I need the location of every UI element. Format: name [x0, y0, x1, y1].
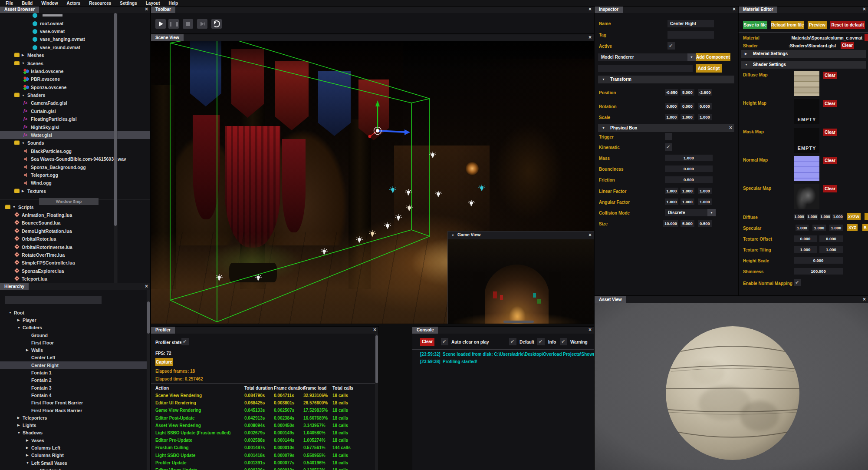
tab-inspector[interactable]: Inspector [595, 6, 623, 13]
position-x[interactable]: -0.650 [665, 89, 678, 96]
linear-y[interactable]: 1.000 [681, 188, 694, 194]
tree-item[interactable]: Island.ovscene [0, 67, 150, 75]
hierarchy-scrollbar[interactable] [147, 290, 150, 470]
map-clear-button[interactable]: Clear [823, 129, 837, 136]
bounciness-field[interactable]: 0.000 [665, 165, 713, 172]
tree-item[interactable]: FloatingParticles.glsl [0, 115, 150, 123]
remove-component-icon[interactable] [729, 125, 732, 132]
size-x[interactable]: 10.000 [663, 220, 678, 227]
profiler-row[interactable]: Editor Views Update 0.000336s 0.000019s … [151, 467, 375, 470]
expand-arrow-icon[interactable]: ▼ [13, 205, 18, 209]
hierarchy-item[interactable]: ▶ Vases [0, 437, 150, 444]
close-icon[interactable] [373, 327, 376, 334]
specular-b[interactable]: 1.000 [829, 225, 843, 231]
position-z[interactable]: -2.600 [698, 89, 712, 96]
stop-button[interactable] [183, 19, 193, 29]
collision-mode-dropdown[interactable]: Discrete [665, 209, 716, 216]
tree-item[interactable]: CameraFade.glsl [0, 99, 150, 107]
preview-button[interactable]: Preview [808, 21, 827, 29]
play-button[interactable] [155, 19, 166, 29]
tree-item[interactable]: OrbitalRotorInverse.lua [0, 243, 150, 251]
hierarchy-item[interactable]: Fontain 4 [0, 391, 150, 399]
expand-arrow-icon[interactable]: ▶ [26, 446, 31, 450]
texture-thumbnail[interactable] [794, 156, 819, 181]
size-y[interactable]: 5.000 [681, 220, 694, 227]
menu-item[interactable]: Window [38, 1, 61, 6]
tab-profiler[interactable]: Profiler [151, 327, 175, 334]
expand-arrow-icon[interactable]: ▼ [17, 431, 23, 434]
hierarchy-item[interactable]: Fontain 2 [0, 377, 150, 384]
menu-item[interactable]: Help [166, 1, 181, 6]
close-icon[interactable] [863, 296, 866, 303]
scale-z[interactable]: 1.000 [698, 114, 712, 120]
hierarchy-item[interactable]: ▼ Colliders [0, 324, 150, 331]
hierarchy-item[interactable]: Fontain 3 [0, 384, 150, 391]
name-field[interactable] [667, 20, 714, 27]
save-to-file-button[interactable]: Save to file [743, 21, 767, 29]
tree-item[interactable]: vase_round.ovmat [0, 43, 150, 51]
tab-material-editor[interactable]: Material Editor [739, 6, 777, 13]
enable-normal-mapping-checkbox[interactable] [794, 279, 801, 286]
map-clear-button[interactable]: Clear [823, 100, 837, 107]
map-clear-button[interactable]: Clear [823, 157, 837, 164]
tree-item[interactable]: PBR.ovscene [0, 75, 150, 83]
tree-item[interactable]: Curtain.glsl [0, 107, 150, 115]
material-settings-header[interactable]: Material Settings [741, 50, 866, 58]
height-scale-field[interactable]: 0.000 [794, 257, 843, 264]
tab-asset-view[interactable]: Asset View [595, 296, 626, 303]
profiler-row[interactable]: Editor UI Rendering 0.068425s 0.003801s … [151, 400, 375, 407]
hierarchy-item[interactable]: Ground [0, 331, 150, 339]
step-frame-button[interactable] [197, 19, 207, 29]
close-icon[interactable] [589, 232, 592, 239]
rotation-z[interactable]: 0.000 [698, 103, 712, 109]
filter-warning-checkbox[interactable] [560, 338, 567, 345]
tab-hierarchy[interactable]: Hierarchy [0, 283, 29, 290]
tree-item[interactable]: RotateOverTime.lua [0, 251, 150, 259]
material-clear-button-clipped[interactable] [865, 34, 868, 41]
tab-asset-browser[interactable]: Asset Browser [0, 6, 39, 13]
tree-item[interactable]: vase.ovmat [0, 27, 150, 35]
hierarchy-item[interactable]: First Floor [0, 339, 150, 346]
tree-item[interactable]: ▼ Shaders [0, 91, 150, 99]
hierarchy-item[interactable]: ▼ Left Small Vases [0, 459, 150, 467]
hierarchy-item[interactable]: Shadow 1 [0, 467, 150, 470]
close-icon[interactable] [863, 6, 866, 13]
profiler-row[interactable]: Editor Post-Update 0.042913s 0.002384s 1… [151, 415, 375, 423]
expand-arrow-icon[interactable]: ▼ [22, 62, 27, 65]
profiler-row[interactable]: Asset View Rendering 0.008094s 0.000450s… [151, 423, 375, 430]
profiler-row[interactable]: Light SSBO Update 0.001418s 0.000079s 0.… [151, 453, 375, 460]
profiler-row[interactable]: Editor Pre-Update 0.002588s 0.000144s 1.… [151, 437, 375, 445]
physical-box-section-header[interactable]: Physical Box [598, 124, 734, 132]
specular-xyz-toggle[interactable]: XYZ [847, 224, 858, 231]
close-icon[interactable] [589, 327, 592, 334]
expand-arrow-icon[interactable]: ▶ [17, 416, 23, 420]
linear-x[interactable]: 1.000 [665, 188, 678, 194]
tree-item[interactable]: SimpleFPSController.lua [0, 259, 150, 267]
size-z[interactable]: 0.500 [698, 220, 712, 227]
console-clear-button[interactable]: Clear [420, 338, 434, 346]
transform-section-header[interactable]: Transform [598, 76, 734, 83]
expand-arrow-icon[interactable]: ▶ [26, 439, 31, 442]
shader-settings-header[interactable]: Shader Settings [741, 61, 866, 69]
diffuse-r[interactable]: 1.000 [794, 214, 805, 220]
rotation-y[interactable]: 0.000 [681, 103, 694, 109]
game-view-scrollbar[interactable] [503, 321, 534, 323]
hierarchy-item[interactable]: ▼ Shadows [0, 429, 150, 437]
menu-item[interactable]: Resources [86, 1, 114, 6]
specular-r[interactable]: 1.000 [796, 225, 809, 231]
log-line[interactable]: [23:59:38] Profiling started! [412, 359, 594, 367]
collapse-arrow-icon[interactable] [451, 232, 454, 238]
hierarchy-item[interactable]: ▶ Columns Right [0, 452, 150, 459]
diffuse-rgba-toggle-clipped[interactable] [865, 213, 868, 220]
tree-item[interactable]: Water.glsl [0, 131, 150, 139]
refresh-button[interactable] [211, 19, 222, 29]
reload-from-file-button[interactable]: Reload from file [771, 21, 804, 29]
menu-item[interactable]: Actors [63, 1, 83, 6]
profiler-row[interactable]: Frustum Culling 0.001487s 0.000010s 0.57… [151, 445, 375, 452]
tree-item[interactable]: ▶ Textures [0, 187, 150, 195]
menu-item[interactable]: Settings [117, 1, 140, 6]
menu-item[interactable]: Build [19, 1, 36, 6]
diffuse-g[interactable]: 1.000 [807, 214, 818, 220]
add-component-button[interactable]: Add Component [696, 53, 730, 61]
close-icon[interactable] [145, 6, 148, 13]
